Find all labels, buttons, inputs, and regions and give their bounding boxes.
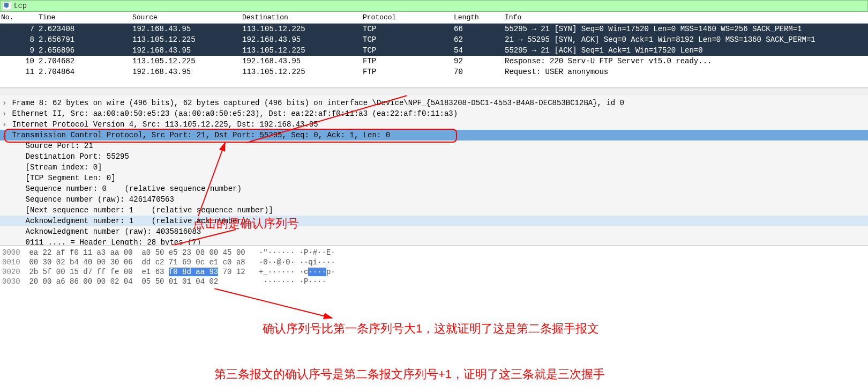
hex-row-1[interactable]: 0010 00 30 02 b4 40 00 30 06 dd c2 71 69… [0,257,868,267]
annotation-text-3: 第三条报文的确认序号是第二条报文序列号+1，证明了这三条就是三次握手 [214,366,605,382]
bookmark-icon[interactable] [3,2,11,10]
svg-line-3 [214,289,332,318]
tree-hdrlen[interactable]: 0111 .... = Header Length: 28 bytes (7) [0,237,868,246]
packet-list-scrollbar[interactable] [0,88,868,95]
hex-row-2[interactable]: 0020 2b 5f 00 15 d7 ff fe 00 e1 63 f0 8d… [0,267,868,277]
display-filter-input[interactable] [13,2,865,10]
hex-dump-pane[interactable]: 0000 ea 22 af f0 11 a3 aa 00 a0 50 e5 23… [0,246,868,289]
packet-details-pane[interactable]: › Frame 8: 62 bytes on wire (496 bits), … [0,95,868,246]
packet-row[interactable]: 102.704682113.105.12.225192.168.43.95FTP… [0,56,868,66]
tree-ip[interactable]: › Internet Protocol Version 4, Src: 113.… [0,119,868,130]
tree-stream[interactable]: [Stream index: 0] [0,162,868,173]
tree-seqraw[interactable]: Sequence number (raw): 4261470563 [0,194,868,205]
packet-row[interactable]: 92.656896192.168.43.95113.105.12.225TCP5… [0,45,868,56]
tree-seglen[interactable]: [TCP Segment Len: 0] [0,173,868,183]
col-header-destination[interactable]: Destination [242,13,363,21]
display-filter-bar[interactable] [0,0,868,12]
tree-ethernet[interactable]: › Ethernet II, Src: aa:00:a0:50:e5:23 (a… [0,108,868,119]
tree-seqrel[interactable]: Sequence number: 0 (relative sequence nu… [0,183,868,194]
col-header-source[interactable]: Source [132,13,242,21]
col-header-info[interactable]: Info [505,13,867,21]
hex-selected-bytes: f0 8d aa 93 [169,268,218,276]
hex-row-0[interactable]: 0000 ea 22 af f0 11 a3 aa 00 a0 50 e5 23… [0,248,868,257]
tree-nextseq[interactable]: [Next sequence number: 1 (relative seque… [0,205,868,216]
packet-list-header: No. Time Source Destination Protocol Len… [0,12,868,24]
tree-dstport[interactable]: Destination Port: 55295 [0,151,868,162]
packet-row[interactable]: 82.656791113.105.12.225192.168.43.95TCP6… [0,34,868,45]
col-header-time[interactable]: Time [39,13,132,21]
tree-ackrel[interactable]: Acknowledgment number: 1 (relative ack n… [0,216,868,226]
col-header-no[interactable]: No. [1,13,39,21]
col-header-length[interactable]: Length [454,13,505,21]
packet-row[interactable]: 72.623408192.168.43.95113.105.12.225TCP6… [0,24,868,34]
packet-row[interactable]: 112.704864192.168.43.95113.105.12.225FTP… [0,66,868,77]
annotation-area: 确认序列号比第一条序列号大1，这就证明了这是第二条握手报文 第三条报文的确认序号… [0,289,868,392]
tree-frame[interactable]: › Frame 8: 62 bytes on wire (496 bits), … [0,98,868,108]
hex-row-3[interactable]: 0030 20 00 a6 86 00 00 02 04 05 50 01 01… [0,277,868,286]
packet-list[interactable]: 72.623408192.168.43.95113.105.12.225TCP6… [0,24,868,88]
annotation-text-2: 确认序列号比第一条序列号大1，这就证明了这是第二条握手报文 [263,321,599,337]
col-header-protocol[interactable]: Protocol [363,13,454,21]
annotation-red-box [4,129,457,143]
annotation-text-1: 点击的是确认序列号 [193,216,299,232]
tree-ackraw[interactable]: Acknowledgment number (raw): 4035816083 [0,226,868,237]
